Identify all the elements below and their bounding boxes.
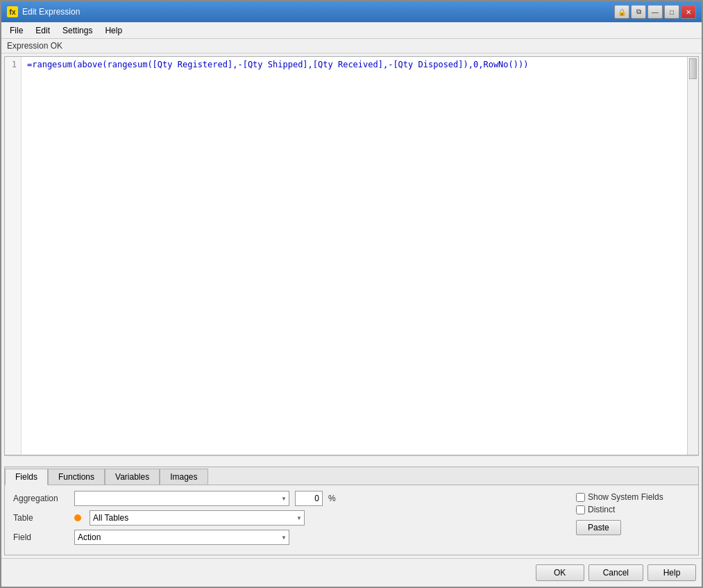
field-select-wrapper: Action — [74, 530, 289, 545]
field-row: Field Action — [13, 530, 565, 545]
tab-functions[interactable]: Functions — [48, 469, 105, 485]
title-bar: fx Edit Expression 🔒 ⧉ — □ ✕ — [1, 1, 702, 22]
expression-editor[interactable]: 1 =rangesum(above(rangesum([Qty Register… — [4, 56, 699, 455]
table-label: Table — [13, 513, 69, 523]
minimize-button[interactable]: — — [647, 5, 663, 19]
right-form: Show System Fields Distinct Paste — [565, 491, 690, 549]
tab-fields[interactable]: Fields — [5, 469, 48, 485]
table-dot-icon — [74, 514, 81, 521]
field-label: Field — [13, 532, 69, 542]
ok-button[interactable]: OK — [536, 564, 584, 581]
vertical-scrollbar[interactable] — [687, 57, 698, 455]
menu-bar: File Edit Settings Help — [1, 22, 702, 39]
fields-layout: Aggregation % Table — [13, 491, 690, 549]
main-window: fx Edit Expression 🔒 ⧉ — □ ✕ File Edit S… — [0, 0, 703, 588]
cancel-button[interactable]: Cancel — [588, 564, 643, 581]
maximize-button[interactable]: □ — [664, 5, 679, 19]
menu-settings[interactable]: Settings — [57, 24, 98, 37]
fields-tab-content: Aggregation % Table — [5, 485, 698, 555]
title-bar-buttons: 🔒 ⧉ — □ ✕ — [614, 5, 696, 19]
menu-edit[interactable]: Edit — [30, 24, 56, 37]
show-system-fields-label: Show System Fields — [588, 492, 663, 502]
help-button[interactable]: Help — [647, 564, 696, 581]
paste-button-container: Paste — [576, 517, 690, 535]
table-select-wrapper: All Tables — [90, 510, 305, 526]
menu-help[interactable]: Help — [99, 24, 128, 37]
window-title: Edit Expression — [22, 7, 610, 17]
scrollbar-thumb[interactable] — [689, 58, 697, 79]
table-row: Table All Tables — [13, 510, 565, 526]
show-system-fields-checkbox[interactable] — [576, 493, 585, 502]
right-options: Show System Fields Distinct Paste — [576, 492, 690, 535]
show-system-fields-row: Show System Fields — [576, 492, 690, 502]
menu-file[interactable]: File — [4, 24, 28, 37]
dialog-buttons: OK Cancel Help — [1, 558, 702, 587]
distinct-label: Distinct — [588, 505, 615, 514]
expression-code[interactable]: =rangesum(above(rangesum([Qty Registered… — [22, 57, 687, 455]
lock-button[interactable]: 🔒 — [614, 5, 629, 19]
window-icon: fx — [7, 6, 18, 17]
tabs-row: Fields Functions Variables Images — [5, 467, 698, 485]
percent-input[interactable] — [295, 491, 323, 506]
left-form: Aggregation % Table — [13, 491, 565, 549]
aggregation-select-wrapper — [74, 491, 289, 506]
percent-symbol: % — [328, 494, 336, 503]
aggregation-label: Aggregation — [13, 494, 69, 503]
distinct-checkbox[interactable] — [576, 505, 585, 514]
aggregation-select[interactable] — [74, 491, 289, 506]
aggregation-row: Aggregation % — [13, 491, 565, 506]
bottom-panel: Fields Functions Variables Images Aggreg… — [4, 467, 699, 555]
field-select[interactable]: Action — [74, 530, 289, 545]
line-number-1: 1 — [9, 60, 17, 69]
distinct-row: Distinct — [576, 505, 690, 514]
table-select[interactable]: All Tables — [90, 510, 305, 526]
paste-button[interactable]: Paste — [576, 520, 621, 535]
line-numbers: 1 — [5, 57, 22, 455]
close-button[interactable]: ✕ — [681, 5, 696, 19]
restore-button[interactable]: ⧉ — [631, 5, 646, 19]
horizontal-scrollbar[interactable] — [4, 455, 699, 467]
tab-variables[interactable]: Variables — [105, 469, 160, 485]
tab-images[interactable]: Images — [160, 469, 207, 485]
expression-status: Expression OK — [1, 39, 702, 53]
